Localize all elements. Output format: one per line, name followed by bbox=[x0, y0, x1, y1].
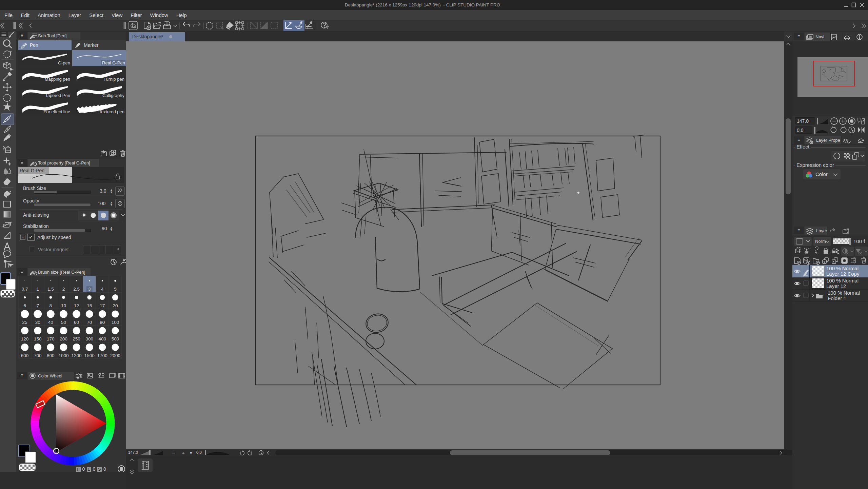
svg-text:300: 300 bbox=[85, 336, 93, 341]
svg-text:20: 20 bbox=[113, 303, 118, 308]
svg-text:0.7: 0.7 bbox=[22, 287, 28, 292]
svg-text:400: 400 bbox=[99, 336, 106, 341]
svg-text:120: 120 bbox=[21, 336, 29, 341]
svg-text:30: 30 bbox=[35, 320, 40, 325]
svg-text:50: 50 bbox=[61, 320, 66, 325]
svg-text:5: 5 bbox=[114, 287, 117, 292]
svg-text:80: 80 bbox=[100, 320, 105, 325]
svg-text:800: 800 bbox=[47, 353, 55, 358]
svg-text:12: 12 bbox=[74, 303, 79, 308]
svg-text:1500: 1500 bbox=[84, 353, 95, 358]
svg-text:2: 2 bbox=[62, 287, 65, 292]
svg-text:10: 10 bbox=[61, 303, 66, 308]
svg-text:70: 70 bbox=[87, 320, 92, 325]
svg-text:60: 60 bbox=[74, 320, 79, 325]
svg-text:170: 170 bbox=[47, 336, 55, 341]
svg-text:Textured pen: Textured pen bbox=[99, 109, 124, 114]
svg-text:Mapping pen: Mapping pen bbox=[45, 77, 70, 82]
svg-text:1200: 1200 bbox=[72, 353, 82, 358]
svg-text:Real G-Pen: Real G-Pen bbox=[102, 60, 125, 65]
svg-text:100: 100 bbox=[112, 320, 119, 325]
svg-text:1000: 1000 bbox=[58, 353, 68, 358]
svg-text:40: 40 bbox=[48, 320, 53, 325]
svg-text:500: 500 bbox=[112, 336, 119, 341]
svg-text:4: 4 bbox=[101, 287, 104, 292]
svg-text:200: 200 bbox=[60, 336, 67, 341]
svg-text:250: 250 bbox=[73, 336, 80, 341]
svg-text:25: 25 bbox=[22, 320, 27, 325]
svg-text:2000: 2000 bbox=[110, 353, 120, 358]
svg-text:Calligraphy: Calligraphy bbox=[102, 93, 125, 98]
svg-text:600: 600 bbox=[21, 353, 29, 358]
svg-text:15: 15 bbox=[87, 303, 92, 308]
svg-text:7: 7 bbox=[36, 303, 39, 308]
svg-text:1.5: 1.5 bbox=[47, 287, 54, 292]
svg-text:1: 1 bbox=[36, 287, 39, 292]
svg-text:2.5: 2.5 bbox=[73, 287, 80, 292]
svg-text:Turnip pen: Turnip pen bbox=[103, 77, 124, 82]
svg-text:G-pen: G-pen bbox=[58, 60, 70, 65]
svg-text:1700: 1700 bbox=[97, 353, 107, 358]
svg-text:For effect line: For effect line bbox=[43, 109, 70, 114]
svg-text:6: 6 bbox=[23, 303, 26, 308]
svg-text:700: 700 bbox=[34, 353, 42, 358]
svg-text:Tapered Pen: Tapered Pen bbox=[45, 93, 70, 98]
svg-text:17: 17 bbox=[100, 303, 105, 308]
svg-text:150: 150 bbox=[34, 336, 42, 341]
svg-text:3: 3 bbox=[88, 287, 91, 292]
svg-text:8: 8 bbox=[50, 303, 52, 308]
